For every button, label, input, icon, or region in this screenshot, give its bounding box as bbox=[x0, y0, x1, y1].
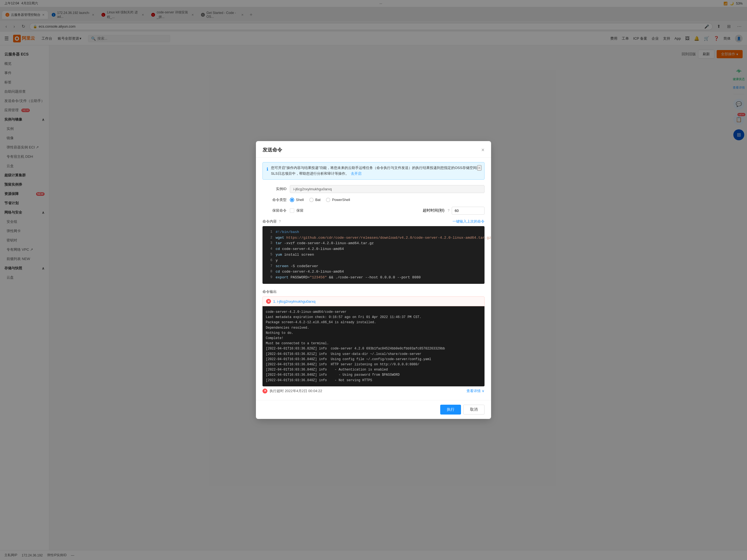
command-content-label: 命令内容 ? bbox=[262, 219, 281, 224]
alert-link[interactable]: 去开启 bbox=[351, 172, 361, 176]
view-detail-button[interactable]: 查看详情 ∨ bbox=[466, 388, 485, 393]
command-type-row: 命令类型 Shell Bat PowerShell bbox=[262, 198, 485, 202]
instance-id-row: 实例ID bbox=[262, 185, 485, 193]
radio-bat[interactable]: Bat bbox=[309, 198, 321, 202]
alert-banner: ℹ 您可开启"操作内容与结果投递"功能，将您未来的云助手运维任务（命令执行与文件… bbox=[262, 162, 485, 180]
chevron-down-icon: ∨ bbox=[482, 389, 485, 393]
radio-ps-circle bbox=[326, 198, 330, 202]
save-timeout-row: 保留命令 保留 超时时间(秒) ? bbox=[262, 207, 485, 215]
one-click-button[interactable]: 一键输入上次的命令 bbox=[453, 219, 485, 224]
instance-id-input[interactable] bbox=[290, 185, 485, 193]
status-error-icon: ✕ bbox=[262, 388, 267, 393]
dialog-body: ℹ 您可开启"操作内容与结果投递"功能，将您未来的云助手运维任务（命令执行与文件… bbox=[256, 158, 491, 400]
save-command-label: 保留命令 bbox=[262, 208, 290, 213]
instance-id-content bbox=[290, 185, 485, 193]
code-line-6: 6 y bbox=[266, 258, 481, 263]
alert-text: 您可开启"操作内容与结果投递"功能，将您未来的云助手运维任务（命令执行与文件发送… bbox=[271, 166, 480, 176]
radio-powershell[interactable]: PowerShell bbox=[326, 198, 350, 202]
output-section-title: 命令输出 bbox=[262, 289, 485, 294]
code-line-7: 7 screen -S codeServer bbox=[266, 263, 481, 269]
view-detail-label: 查看详情 bbox=[466, 388, 481, 393]
command-content-text: 命令内容 bbox=[262, 219, 277, 224]
dialog-header: 发送命令 × bbox=[256, 141, 491, 158]
dialog-overlay: 发送命令 × ℹ 您可开启"操作内容与结果投递"功能，将您未来的云助手运维任务（… bbox=[0, 0, 747, 560]
code-line-9: 9 export PASSWORD="123456" && ./code-ser… bbox=[266, 275, 481, 281]
send-command-dialog: 发送命令 × ℹ 您可开启"操作内容与结果投递"功能，将您未来的云助手运维任务（… bbox=[256, 141, 491, 418]
command-help-icon: ? bbox=[279, 220, 281, 223]
output-instance-header: ✕ 1. i-j6cg2nxylmukhgu0arxq bbox=[262, 297, 485, 306]
dialog-title: 发送命令 bbox=[262, 147, 282, 153]
save-checkbox-label: 保留 bbox=[297, 208, 304, 213]
dialog-footer: 执行 取消 bbox=[256, 400, 491, 419]
code-line-5: 5 yum install screen bbox=[266, 252, 481, 258]
command-section-header: 命令内容 ? 一键输入上次的命令 bbox=[262, 219, 485, 224]
timeout-input[interactable] bbox=[452, 207, 485, 215]
radio-shell-label: Shell bbox=[296, 198, 304, 202]
alert-content: 您可开启"操作内容与结果投递"功能，将您未来的云助手运维任务（命令执行与文件发送… bbox=[271, 165, 481, 177]
command-content-section: 命令内容 ? 一键输入上次的命令 1 #!/bin/bash 2 wget ht… bbox=[262, 219, 485, 284]
instance-id-label: 实例ID bbox=[262, 186, 290, 192]
radio-bat-circle bbox=[309, 198, 314, 202]
code-editor[interactable]: 1 #!/bin/bash 2 wget https://github.com/… bbox=[262, 226, 485, 284]
alert-close-button[interactable]: ✕ bbox=[477, 165, 482, 171]
command-type-content: Shell Bat PowerShell bbox=[290, 198, 485, 202]
code-line-8: 8 cd code-server-4.2.0-linux-amd64 bbox=[266, 269, 481, 275]
code-line-2: 2 wget https://github.com/cdr/code-serve… bbox=[266, 235, 481, 241]
status-text: 执行超时 2022年4月2日 00:04:22 bbox=[269, 388, 322, 393]
radio-shell[interactable]: Shell bbox=[290, 198, 304, 202]
dialog-close-button[interactable]: × bbox=[481, 147, 485, 153]
code-line-3: 3 tar -xvzf code-server-4.2.0-linux-amd6… bbox=[266, 240, 481, 246]
status-row: ✕ 执行超时 2022年4月2日 00:04:22 查看详情 ∨ bbox=[262, 386, 485, 396]
output-terminal: code-server-4.2.0-linux-amd64/code-serve… bbox=[262, 306, 485, 386]
command-type-radio-group: Shell Bat PowerShell bbox=[290, 198, 485, 202]
save-checkbox[interactable] bbox=[290, 208, 294, 213]
radio-shell-circle bbox=[290, 198, 294, 202]
timeout-section: 超时时间(秒) ? bbox=[423, 207, 485, 215]
info-icon: ℹ bbox=[266, 166, 268, 173]
error-circle-icon: ✕ bbox=[266, 299, 271, 304]
execute-button[interactable]: 执行 bbox=[440, 405, 461, 414]
command-type-label: 命令类型 bbox=[262, 198, 290, 202]
output-instance-id[interactable]: 1. i-j6cg2nxylmukhgu0arxq bbox=[273, 299, 315, 304]
timeout-help-icon: ? bbox=[447, 209, 449, 212]
cancel-button[interactable]: 取消 bbox=[463, 405, 485, 414]
radio-ps-label: PowerShell bbox=[332, 198, 350, 202]
save-timeout-content: 保留 超时时间(秒) ? bbox=[290, 207, 485, 215]
radio-bat-label: Bat bbox=[315, 198, 321, 202]
code-line-1: 1 #!/bin/bash bbox=[266, 229, 481, 235]
timeout-label: 超时时间(秒) bbox=[423, 208, 444, 213]
output-section: 命令输出 ✕ 1. i-j6cg2nxylmukhgu0arxq code-se… bbox=[262, 289, 485, 396]
code-line-4: 4 cd code-server-4.2.0-linux-amd64 bbox=[266, 246, 481, 252]
save-checkbox-row: 保留 bbox=[290, 208, 304, 213]
